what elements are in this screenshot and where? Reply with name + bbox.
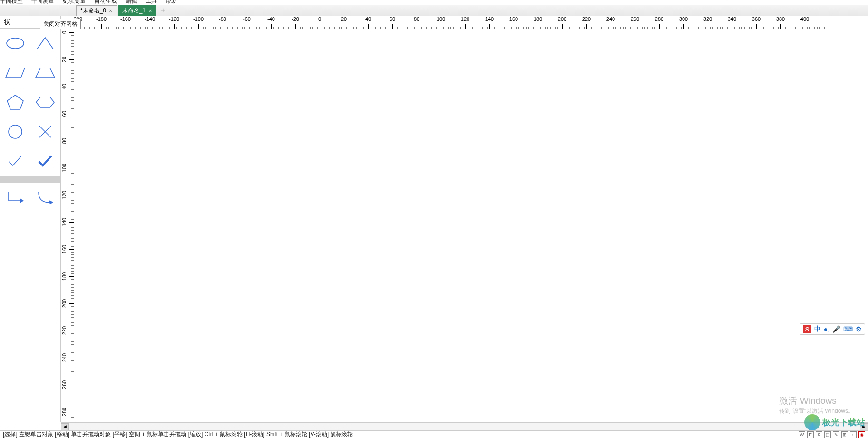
menu-item[interactable]: 刻录测量 — [63, 0, 86, 5]
svg-marker-9 — [20, 198, 24, 203]
canvas-area: -200-180-160-140-120-100-80-60-40-200204… — [61, 16, 868, 422]
parallelogram-icon — [5, 67, 26, 79]
shape-check-bold[interactable] — [30, 146, 61, 176]
svg-marker-2 — [6, 68, 25, 78]
svg-point-6 — [9, 125, 22, 138]
sidebar-title: 状 — [4, 18, 10, 27]
status-icon[interactable]: W — [799, 431, 805, 438]
new-tab-button[interactable]: + — [157, 5, 169, 16]
tooltip: 关闭对齐网格 — [40, 19, 81, 29]
status-bar: [选择] 左键单击对象 [移动] 单击并拖动对象 [平移] 空间 + 鼠标单击并… — [0, 430, 868, 438]
svg-marker-5 — [36, 97, 54, 107]
svg-point-0 — [7, 38, 24, 49]
shape-arrow-right-angle[interactable] — [0, 183, 30, 212]
cross-icon — [38, 125, 52, 139]
status-icon[interactable]: ⬚ — [824, 431, 831, 438]
tab-label: *未命名_0 — [80, 7, 106, 15]
check-icon — [7, 154, 23, 168]
shape-trapezoid[interactable] — [30, 58, 61, 88]
horizontal-scrollbar[interactable]: ◀ ▶ — [61, 422, 868, 430]
shape-circle[interactable] — [0, 117, 30, 146]
menu-item[interactable]: 编辑 — [126, 0, 137, 5]
drawing-canvas[interactable] — [74, 29, 868, 422]
status-icon[interactable]: F — [807, 431, 814, 438]
circle-icon — [8, 124, 23, 139]
shape-ellipse[interactable] — [0, 29, 30, 58]
pentagon-icon — [6, 94, 24, 110]
shape-hexagon[interactable] — [30, 88, 61, 117]
close-icon[interactable]: × — [148, 7, 152, 14]
arrow-elbow-icon — [7, 190, 24, 204]
menu-item[interactable]: 自动生成 — [94, 0, 117, 5]
triangle-icon — [36, 36, 55, 50]
status-icon[interactable]: ↔ — [850, 431, 857, 438]
svg-marker-3 — [36, 68, 55, 78]
status-icon[interactable]: ✎ — [833, 431, 839, 438]
close-icon[interactable]: × — [109, 7, 113, 14]
arrow-curve-icon — [37, 190, 54, 204]
shape-check-thin[interactable] — [0, 146, 30, 176]
horizontal-ruler[interactable]: -200-180-160-140-120-100-80-60-40-200204… — [74, 16, 868, 29]
shape-pentagon[interactable] — [0, 88, 30, 117]
menu-item[interactable]: 帮助 — [166, 0, 177, 5]
menu-bar: 平面模型 平面测量 刻录测量 自动生成 编辑 工具 帮助 — [0, 0, 868, 5]
tab-doc-1[interactable]: 未命名_1 × — [118, 5, 156, 16]
sidebar-separator — [0, 176, 60, 183]
status-icon[interactable]: ⊞ — [841, 431, 848, 438]
menu-item[interactable]: 工具 — [146, 0, 157, 5]
vertical-ruler[interactable]: 0204060801001201401601802002202402602803… — [61, 29, 74, 422]
tab-doc-0[interactable]: *未命名_0 × — [76, 5, 117, 16]
status-hints: [选择] 左键单击对象 [移动] 单击并拖动对象 [平移] 空间 + 鼠标单击并… — [3, 430, 353, 438]
check-bold-icon — [37, 154, 53, 168]
status-icon[interactable]: K — [816, 431, 822, 438]
status-icon-record[interactable]: ◉ — [858, 431, 865, 438]
svg-marker-10 — [49, 200, 53, 204]
hexagon-icon — [35, 96, 55, 109]
trapezoid-icon — [35, 67, 56, 79]
menu-item[interactable]: 平面测量 — [31, 0, 54, 5]
document-tabs: *未命名_0 × 未命名_1 × + — [0, 5, 868, 16]
ellipse-icon — [6, 37, 25, 50]
shape-triangle[interactable] — [30, 29, 61, 58]
shape-cross[interactable] — [30, 117, 61, 146]
svg-marker-1 — [37, 38, 53, 49]
status-icons: W F K ⬚ ✎ ⊞ ↔ ◉ — [799, 431, 865, 438]
tab-label: 未命名_1 — [122, 7, 146, 15]
menu-item[interactable]: 平面模型 — [0, 0, 23, 5]
shape-parallelogram[interactable] — [0, 58, 30, 88]
shape-arrow-curve[interactable] — [30, 183, 61, 212]
scroll-track[interactable] — [69, 423, 860, 430]
scroll-right-icon[interactable]: ▶ — [860, 423, 868, 430]
shape-sidebar: 状 ▼ — [0, 16, 61, 422]
svg-marker-4 — [7, 95, 23, 109]
scroll-left-icon[interactable]: ◀ — [61, 423, 69, 430]
